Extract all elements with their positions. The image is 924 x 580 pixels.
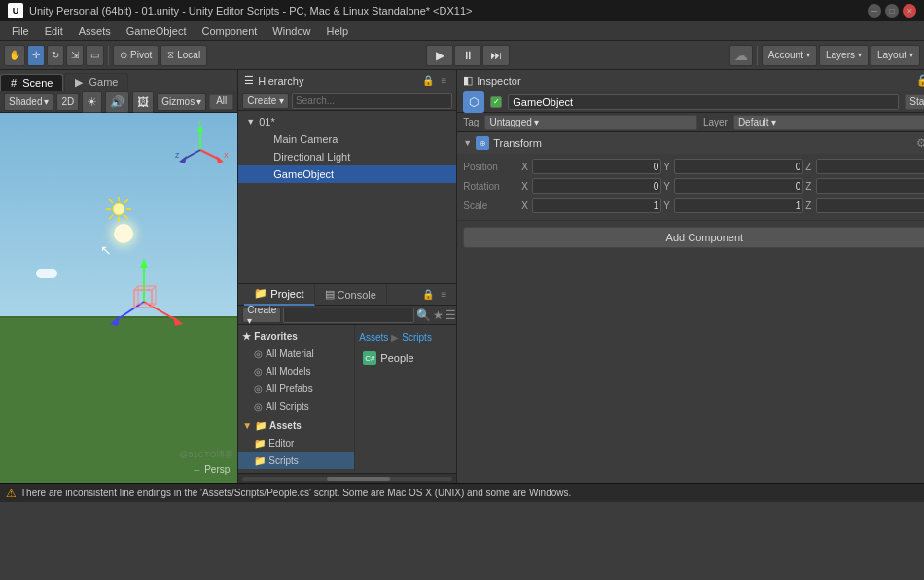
tab-project[interactable]: 📁 Project [244, 284, 314, 306]
local-dropdown[interactable]: ⧖ Local [160, 45, 207, 66]
fav-prefabs[interactable]: ◎ All Prefabs [238, 380, 354, 397]
hierarchy-lock-btn[interactable]: 🔒 [421, 74, 435, 88]
rotation-z-input[interactable] [816, 178, 924, 194]
minimize-button[interactable]: ─ [868, 4, 881, 18]
rotation-x-input[interactable] [532, 178, 661, 194]
scale-y-input[interactable] [674, 198, 803, 213]
tab-game[interactable]: ▶ Game [64, 73, 128, 91]
scrollbar-track [242, 477, 452, 481]
hierarchy-create[interactable]: Create ▾ [242, 93, 289, 109]
menu-gameobject[interactable]: GameObject [119, 24, 195, 38]
maximize-button[interactable]: □ [885, 4, 899, 18]
layers-dropdown[interactable]: Layers ▾ [819, 45, 869, 66]
scale-x-group: X [521, 198, 661, 213]
scene-search[interactable]: All [209, 94, 233, 110]
static-dropdown[interactable]: Static ▾ [905, 94, 924, 110]
assets-editor[interactable]: 📁 Editor [238, 434, 354, 452]
transform-caret: ▼ [463, 138, 472, 148]
assets-scripts[interactable]: 📁 Scripts [238, 452, 354, 469]
assets-header[interactable]: ▼ 📁 Assets [238, 417, 354, 434]
project-content: ★ Favorites ◎ All Material ◎ All Models [238, 325, 456, 473]
cloud-icon: ☁ [734, 48, 748, 63]
scene-light-btn[interactable]: ☀ [82, 91, 102, 113]
fav-models[interactable]: ◎ All Models [238, 362, 354, 380]
scene-img-btn[interactable]: 🖼 [132, 91, 154, 113]
tab-console[interactable]: ▤ Console [315, 284, 387, 306]
menu-file[interactable]: File [4, 24, 37, 38]
tool-rotate[interactable]: ↻ [47, 45, 64, 66]
project-star-icon[interactable]: ★ [433, 307, 444, 324]
tool-rect[interactable]: ▭ [86, 45, 104, 66]
cloud-button[interactable]: ☁ [729, 45, 753, 66]
tool-scale[interactable]: ⇲ [66, 45, 84, 66]
layout-dropdown[interactable]: Layout ▾ [871, 45, 920, 66]
add-component-button[interactable]: Add Component [463, 227, 924, 248]
tool-move[interactable]: ✛ [27, 45, 45, 66]
rotation-gizmo: Y X Z [171, 121, 230, 179]
mode-2d-btn[interactable]: 2D [56, 93, 79, 111]
transform-settings-icon[interactable]: ⚙ [916, 136, 924, 150]
watermark: @51CTO博客 [179, 449, 233, 461]
hierarchy-item-camera[interactable]: Main Camera [238, 130, 456, 148]
tag-dropdown[interactable]: Untagged ▾ [484, 115, 696, 130]
hierarchy-root[interactable]: ▼ 01* [238, 113, 456, 130]
menu-component[interactable]: Component [194, 24, 265, 38]
rotation-y-input[interactable] [674, 178, 803, 194]
layer-arrow: ▾ [771, 117, 776, 127]
position-y-input[interactable] [674, 159, 803, 174]
assets-label: Assets [269, 420, 302, 431]
shading-dropdown[interactable]: Shaded ▾ [4, 93, 53, 111]
scene-panel: # Scene ▶ Game Shaded ▾ 2D ☀ 🔊 🖼 Gizmos … [0, 70, 238, 483]
menu-edit[interactable]: Edit [37, 24, 71, 38]
svg-marker-22 [197, 125, 203, 132]
layer-dropdown[interactable]: Default ▾ [733, 115, 924, 130]
transform-header[interactable]: ▼ ⊕ Transform ⚙ ☰ [457, 132, 924, 154]
hierarchy-item-gameobject[interactable]: GameObject [238, 165, 456, 183]
scene-view[interactable]: ↖ [0, 113, 237, 483]
project-search-icon[interactable]: 🔍 [416, 307, 431, 324]
transform-component: ▼ ⊕ Transform ⚙ ☰ Position X [457, 132, 924, 221]
bc-assets[interactable]: Assets [359, 332, 388, 343]
gameobject-enabled-checkbox[interactable]: ✓ [490, 96, 502, 108]
tab-scene[interactable]: # Scene [0, 74, 63, 91]
bc-scripts[interactable]: Scripts [402, 332, 432, 343]
position-z-input[interactable] [816, 159, 924, 174]
layers-arrow: ▾ [858, 51, 862, 59]
scale-z-input[interactable] [816, 198, 924, 213]
menu-assets[interactable]: Assets [71, 24, 119, 38]
people-label: People [380, 352, 413, 364]
gizmos-dropdown[interactable]: Gizmos ▾ [157, 93, 206, 111]
asset-people[interactable]: C# People [359, 348, 452, 368]
tool-hand[interactable]: ✋ [4, 45, 25, 66]
position-x-input[interactable] [532, 159, 661, 174]
favorites-header[interactable]: ★ Favorites [238, 327, 354, 344]
project-menu-btn[interactable]: ≡ [437, 288, 450, 302]
fav-material[interactable]: ◎ All Material [238, 344, 354, 362]
hierarchy-item-light[interactable]: Directional Light [238, 148, 456, 165]
account-dropdown[interactable]: Account ▾ [762, 45, 817, 66]
menu-help[interactable]: Help [318, 24, 356, 38]
close-button[interactable]: ✕ [903, 4, 916, 18]
svg-marker-3 [173, 316, 183, 326]
transform-rotation-row: Rotation X Y Z [463, 177, 924, 195]
hierarchy-search[interactable] [292, 93, 452, 109]
assets-folder-icon: ▼ 📁 [242, 420, 267, 431]
svg-marker-24 [216, 156, 224, 163]
project-search[interactable] [283, 308, 414, 323]
project-create[interactable]: Create ▾ [242, 308, 281, 323]
fav-scripts[interactable]: ◎ All Scripts [238, 397, 354, 415]
sep2 [757, 46, 758, 65]
scale-x-input[interactable] [532, 198, 661, 213]
pause-button[interactable]: ⏸ [454, 45, 481, 66]
menu-window[interactable]: Window [265, 24, 318, 38]
play-button[interactable]: ▶ [426, 45, 453, 66]
scene-audio-btn[interactable]: 🔊 [105, 91, 129, 113]
inspector-lock-icon[interactable]: 🔒 [916, 74, 924, 88]
gameobject-name-input[interactable] [508, 94, 899, 110]
pivot-dropdown[interactable]: ⊙ Pivot [113, 45, 159, 66]
assets-section: ▼ 📁 Assets 📁 Editor 📁 Scripts [238, 417, 354, 469]
hierarchy-menu-btn[interactable]: ≡ [437, 74, 450, 88]
project-list-icon[interactable]: ☰ [445, 307, 456, 324]
project-lock-btn[interactable]: 🔒 [421, 288, 435, 302]
step-button[interactable]: ⏭ [482, 45, 510, 66]
